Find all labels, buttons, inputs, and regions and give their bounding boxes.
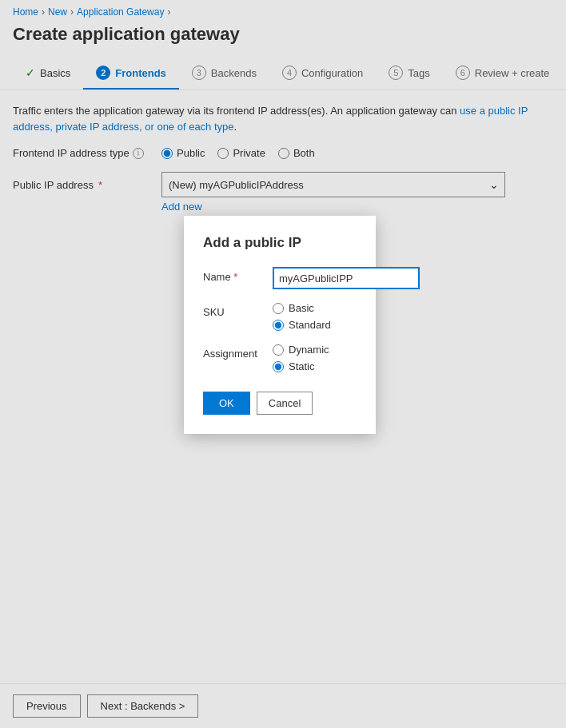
- radio-basic[interactable]: Basic: [273, 302, 331, 314]
- modal-name-input[interactable]: [273, 267, 420, 289]
- modal-title: Add a public IP: [203, 235, 357, 251]
- radio-standard[interactable]: Standard: [273, 319, 331, 331]
- modal-assignment-label: Assignment: [203, 344, 263, 360]
- modal-dialog: Add a public IP Name * SKU Basic Standar…: [184, 216, 376, 434]
- modal-sku-label: SKU: [203, 302, 263, 318]
- radio-dynamic-label: Dynamic: [289, 344, 329, 356]
- radio-standard-input[interactable]: [273, 320, 284, 331]
- radio-static-input[interactable]: [273, 361, 284, 372]
- cancel-button[interactable]: Cancel: [257, 392, 313, 415]
- ok-button[interactable]: OK: [203, 392, 250, 415]
- modal-assignment-row: Assignment Dynamic Static: [203, 344, 357, 372]
- radio-standard-label: Standard: [289, 319, 331, 331]
- radio-static-label: Static: [289, 360, 315, 372]
- modal-name-row: Name *: [203, 267, 357, 289]
- modal-sku-options: Basic Standard: [273, 302, 331, 331]
- radio-dynamic[interactable]: Dynamic: [273, 344, 329, 356]
- radio-static[interactable]: Static: [273, 360, 329, 372]
- modal-assignment-options: Dynamic Static: [273, 344, 329, 372]
- radio-basic-label: Basic: [289, 302, 314, 314]
- radio-basic-input[interactable]: [273, 303, 284, 314]
- modal-buttons: OK Cancel: [203, 392, 357, 415]
- modal-name-required: *: [233, 271, 237, 283]
- radio-dynamic-input[interactable]: [273, 344, 284, 356]
- modal-name-label: Name *: [203, 267, 263, 283]
- modal-sku-row: SKU Basic Standard: [203, 302, 357, 331]
